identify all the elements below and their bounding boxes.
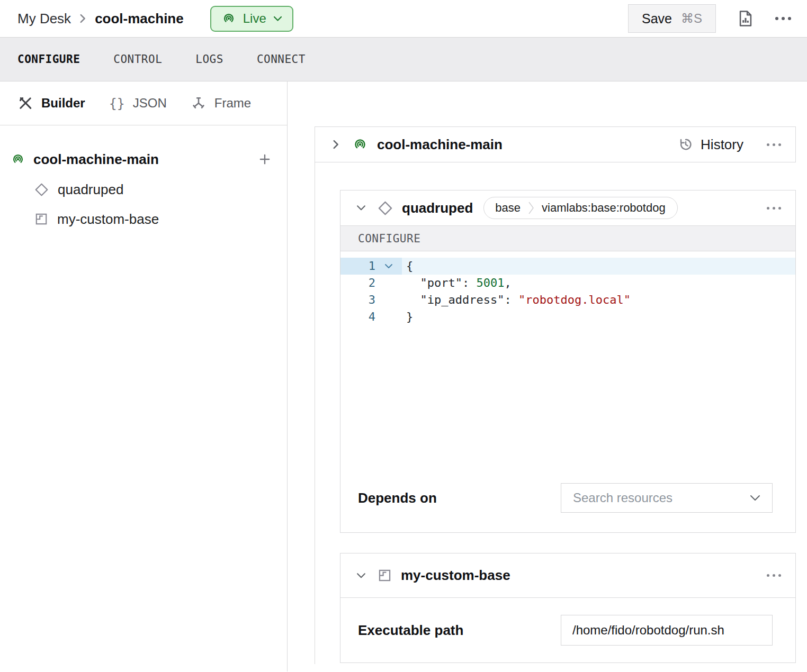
executable-path-label: Executable path [358,622,463,639]
header-actions: Save ⌘S [628,4,791,33]
code-lines: 1{2 "port": 5001,3 "ip_address": "robotd… [340,258,795,325]
quadruped-card-title: quadruped [402,200,473,216]
executable-path-input[interactable] [561,615,773,646]
line-number: 1 [340,258,375,275]
tree-item-quadruped[interactable]: quadruped [11,175,272,204]
mode-json-label: JSON [133,96,167,111]
json-attributes-editor[interactable]: 1{2 "port": 5001,3 "ip_address": "robotd… [340,251,795,325]
save-shortcut: ⌘S [681,11,702,26]
ellipsis-icon [767,207,781,210]
live-broadcast-icon [221,11,236,26]
my-custom-base-card: my-custom-base Executable path [340,553,796,663]
mode-builder[interactable]: Builder [17,95,85,111]
breadcrumb-current: cool-machine [95,11,184,27]
executable-path-row: Executable path [340,598,795,662]
tab-logs[interactable]: LOGS [195,53,223,66]
machine-card-title: cool-machine-main [377,137,503,153]
main-panel: cool-machine-main History [288,81,807,671]
tab-control[interactable]: CONTROL [113,53,162,66]
component-diamond-icon [378,201,393,216]
quadruped-card-header: quadruped base viamlabs:base:robotdog [340,190,795,225]
code-text: } [402,308,795,325]
tree-item-my-custom-base-label: my-custom-base [57,211,159,228]
add-component-button[interactable] [257,152,272,167]
badge-separator-icon [528,200,534,216]
chevron-down-icon [356,573,366,579]
machine-report-button[interactable] [737,10,754,28]
tree-item-my-custom-base[interactable]: my-custom-base [11,204,272,234]
chevron-right-icon [333,139,339,150]
sidebar: Builder {} JSON Frame [0,81,288,671]
ellipsis-icon [767,574,781,577]
line-number: 3 [340,292,375,308]
my-custom-base-card-header: my-custom-base [340,553,795,598]
tree-item-quadruped-label: quadruped [58,181,123,198]
plus-icon [257,152,272,167]
chevron-down-icon [750,495,760,501]
machine-card-expand-button[interactable] [329,139,342,150]
depends-on-label: Depends on [358,490,437,506]
line-number: 2 [340,275,375,292]
code-line[interactable]: 4} [340,308,795,325]
code-text: "port": 5001, [402,275,795,292]
ellipsis-icon [775,17,791,20]
mode-builder-label: Builder [41,96,85,111]
tools-icon [17,95,33,111]
breadcrumb-parent[interactable]: My Desk [17,11,71,27]
braces-icon: {} [109,96,125,111]
main-tabbar: CONFIGURE CONTROL LOGS CONNECT [0,38,807,81]
machine-broadcast-icon [11,152,25,167]
module-icon [378,568,392,583]
machine-status-dropdown[interactable]: Live [210,6,293,32]
mode-frame-label: Frame [214,96,251,111]
machine-card-menu-button[interactable] [767,143,781,146]
code-line[interactable]: 2 "port": 5001, [340,275,795,292]
save-button[interactable]: Save ⌘S [628,4,716,33]
save-label: Save [642,11,672,26]
component-diamond-icon [34,183,49,197]
code-line[interactable]: 1{ [340,258,795,275]
fold-spacer [375,275,402,292]
module-icon [34,212,48,226]
history-button[interactable]: History [675,136,747,153]
tab-connect[interactable]: CONNECT [257,53,306,66]
mode-frame[interactable]: Frame [191,95,251,111]
my-custom-base-collapse-button[interactable] [355,573,367,579]
quadruped-collapse-button[interactable] [355,205,367,211]
depends-on-select[interactable]: Search resources [561,483,773,513]
code-text: { [402,258,795,275]
chevron-down-icon [273,16,282,22]
depends-on-placeholder: Search resources [573,491,672,505]
depends-on-row: Depends on Search resources [358,483,773,513]
fold-spacer [375,308,402,325]
resource-tree: cool-machine-main quadruped my-custom-ba… [0,125,287,234]
tree-item-machine[interactable]: cool-machine-main [11,144,272,175]
fold-chevron-icon[interactable] [375,258,402,275]
line-number: 4 [340,308,375,325]
chevron-down-icon [356,205,366,211]
my-custom-base-menu-button[interactable] [767,574,781,577]
ellipsis-icon [767,143,781,146]
sidebar-mode-tabs: Builder {} JSON Frame [0,81,287,125]
badge-type: base [484,201,528,215]
history-icon [678,137,694,152]
live-label: Live [243,11,266,26]
machine-broadcast-icon [352,137,368,152]
my-custom-base-card-title: my-custom-base [401,567,510,584]
quadruped-card-menu-button[interactable] [767,207,781,210]
code-text: "ip_address": "robotdog.local" [402,292,795,308]
frame-axes-icon [191,95,207,111]
machine-card: cool-machine-main History [315,126,796,162]
content: Builder {} JSON Frame [0,81,807,671]
code-line[interactable]: 3 "ip_address": "robotdog.local" [340,292,795,308]
fold-spacer [375,292,402,308]
mode-json[interactable]: {} JSON [109,96,167,111]
app-header: My Desk cool-machine Live Save ⌘S [0,0,807,38]
component-type-badge: base viamlabs:base:robotdog [483,197,677,219]
header-overflow-menu-button[interactable] [775,17,791,20]
breadcrumb: My Desk cool-machine [17,11,184,27]
badge-model: viamlabs:base:robotdog [534,201,677,215]
tab-configure[interactable]: CONFIGURE [17,53,80,66]
history-label: History [701,137,743,153]
quadruped-card: quadruped base viamlabs:base:robotdog CO… [340,190,796,533]
